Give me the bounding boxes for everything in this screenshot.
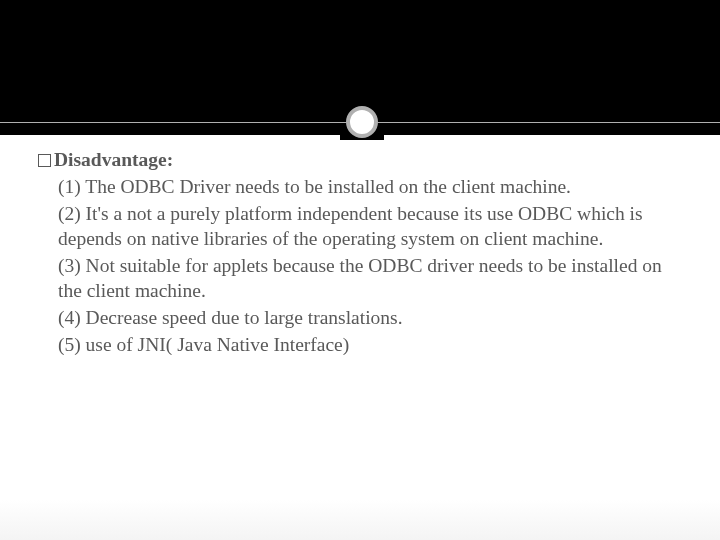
list-item: (1) The ODBC Driver needs to be installe… <box>38 175 682 200</box>
heading-text: Disadvantage: <box>54 148 173 173</box>
square-bullet-icon <box>38 154 51 167</box>
list-item: (4) Decrease speed due to large translat… <box>38 306 682 331</box>
list-item: (5) use of JNI( Java Native Interface) <box>38 333 682 358</box>
heading-row: Disadvantage: <box>38 148 682 173</box>
list-item: (3) Not suitable for applets because the… <box>38 254 682 304</box>
content-area: Disadvantage: (1) The ODBC Driver needs … <box>38 148 682 360</box>
slide: Disadvantage: (1) The ODBC Driver needs … <box>0 0 720 540</box>
decorative-ring-icon <box>346 106 378 138</box>
list-item: (2) It's a not a purely platform indepen… <box>38 202 682 252</box>
footer-shade <box>0 500 720 540</box>
